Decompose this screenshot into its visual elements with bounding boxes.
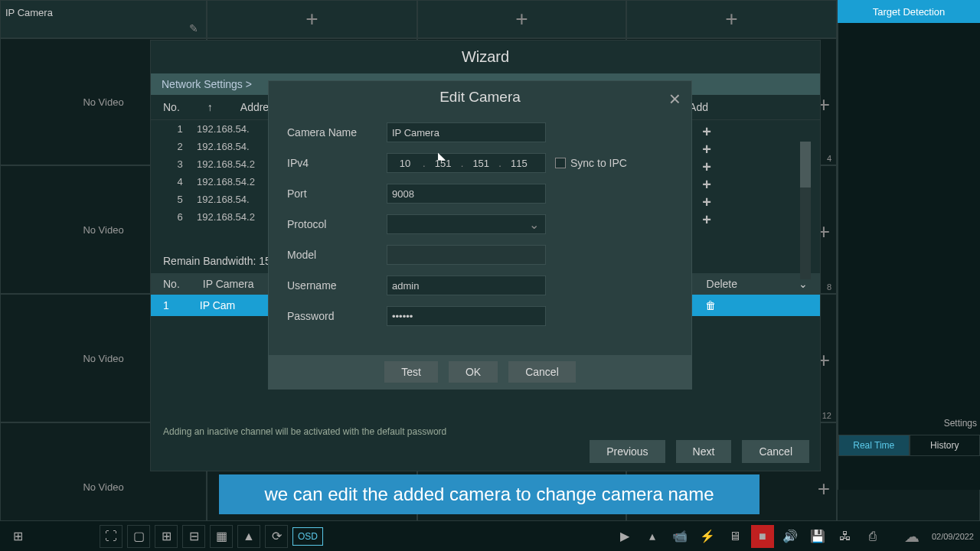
chevron-down-icon: ⌄ xyxy=(529,217,539,232)
camera-name-input[interactable] xyxy=(387,122,546,142)
chevron-down-icon[interactable]: ⌄ xyxy=(799,278,808,290)
add-row-icon[interactable]: + xyxy=(702,158,711,176)
label-port: Port xyxy=(287,187,387,200)
tab-realtime[interactable]: Real Time xyxy=(838,435,910,456)
corner-num: 8 xyxy=(827,282,831,292)
modal-title: Edit Camera × xyxy=(269,81,691,113)
apps-icon[interactable]: ⊞ xyxy=(6,525,29,548)
hint-text: Adding an inactive channel will be activ… xyxy=(163,426,446,437)
disk-icon[interactable]: 💾 xyxy=(806,525,829,548)
corner-num: 4 xyxy=(827,154,831,163)
checkbox-icon[interactable] xyxy=(555,158,566,168)
image-icon[interactable]: ▲ xyxy=(237,525,260,548)
cancel-button[interactable]: Cancel xyxy=(508,361,576,383)
add-row-icon[interactable]: + xyxy=(702,194,711,211)
refresh-icon[interactable]: ⟳ xyxy=(265,525,288,548)
devices-icon[interactable]: 🖧 xyxy=(834,525,857,548)
subtitle-overlay: we can edit the added camera to change c… xyxy=(219,474,760,514)
ip-octet-1[interactable] xyxy=(387,158,423,169)
ip-octet-4[interactable] xyxy=(501,158,537,169)
username-input[interactable] xyxy=(387,276,546,295)
protocol-select[interactable]: ⌄ xyxy=(387,214,546,234)
col-ipcamera: IP Camera xyxy=(203,278,254,290)
camera-icon[interactable]: 📹 xyxy=(668,525,691,548)
add-row-icon[interactable]: + xyxy=(702,211,711,229)
wizard-title: Wizard xyxy=(151,41,820,73)
target-detection-tab[interactable]: Target Detection xyxy=(838,0,980,23)
pencil-icon[interactable]: ✎ xyxy=(189,22,198,34)
col-delete: Delete xyxy=(707,278,737,290)
toolbar: ⊞ ⛶ ▢ ⊞ ⊟ ▦ ▲ ⟳ OSD ▶ ▴ 📹 ⚡ 🖥 ■ 🔊 💾 🖧 ⎙ … xyxy=(0,520,980,551)
model-field xyxy=(387,245,546,265)
cloud-icon[interactable]: ☁ xyxy=(904,527,920,546)
flash-icon[interactable]: ⚡ xyxy=(696,525,719,548)
trash-icon[interactable]: 🗑 xyxy=(705,299,716,311)
add-row-icon[interactable]: + xyxy=(702,141,711,158)
ip-octet-2[interactable] xyxy=(426,158,461,169)
no-video-label: No Video xyxy=(83,481,123,493)
port-input[interactable] xyxy=(387,184,546,204)
scrollbar-thumb[interactable] xyxy=(800,142,811,187)
layout-1-icon[interactable]: ▢ xyxy=(127,525,150,548)
layout-9-icon[interactable]: ⊟ xyxy=(182,525,205,548)
label-password: Password xyxy=(287,310,387,322)
label-model: Model xyxy=(287,249,387,261)
label-protocol: Protocol xyxy=(287,218,387,230)
add-row-icon[interactable]: + xyxy=(702,123,711,141)
no-video-label: No Video xyxy=(83,353,123,364)
camera-title: IP Camera xyxy=(5,7,53,18)
col-sort[interactable]: ↑ xyxy=(207,101,213,113)
add-icon: + xyxy=(305,7,318,31)
add-icon: + xyxy=(818,477,830,501)
scrollbar[interactable] xyxy=(800,142,811,279)
no-video-label: No Video xyxy=(83,96,123,108)
test-button[interactable]: Test xyxy=(384,361,438,383)
ipv4-input[interactable]: . . . xyxy=(387,153,546,173)
ok-button[interactable]: OK xyxy=(449,361,498,383)
sound-icon[interactable]: 🔊 xyxy=(779,525,802,548)
right-panel: Settings Real Time History xyxy=(838,23,980,490)
label-ipv4: IPv4 xyxy=(287,157,387,169)
col-no: No. xyxy=(163,101,180,113)
cell-header-4[interactable]: + xyxy=(626,0,837,38)
record-icon[interactable]: ■ xyxy=(751,525,774,548)
realtime-history-tabs: Real Time History xyxy=(838,435,980,456)
up-icon[interactable]: ▴ xyxy=(641,525,664,548)
layout-16-icon[interactable]: ▦ xyxy=(210,525,233,548)
label-camera-name: Camera Name xyxy=(287,126,387,139)
osd-button[interactable]: OSD xyxy=(292,527,323,546)
export-icon[interactable]: ⎙ xyxy=(861,525,884,548)
corner-num: 12 xyxy=(822,411,831,420)
cell-header-1: IP Camera ✎ xyxy=(0,0,207,38)
add-row-icon[interactable]: + xyxy=(702,176,711,194)
modal-buttons: Test OK Cancel xyxy=(269,355,691,389)
next-button[interactable]: Next xyxy=(676,440,732,463)
password-input[interactable] xyxy=(387,306,546,326)
cell-header-2[interactable]: + xyxy=(207,0,417,38)
add-icon: + xyxy=(515,7,528,31)
ip-octet-3[interactable] xyxy=(463,158,498,169)
no-video-label: No Video xyxy=(83,224,123,236)
cell-header-3[interactable]: + xyxy=(417,0,626,38)
close-icon[interactable]: × xyxy=(669,87,681,111)
previous-button[interactable]: Previous xyxy=(590,440,665,463)
datetime: 02/09/2022 xyxy=(932,532,974,541)
form: Camera Name IPv4 . . . Sync to IPC Port … xyxy=(269,113,691,346)
play-icon[interactable]: ▶ xyxy=(613,525,636,548)
settings-label[interactable]: Settings xyxy=(944,418,977,429)
cancel-button[interactable]: Cancel xyxy=(742,440,809,463)
add-icon: + xyxy=(725,7,737,31)
col-no: No. xyxy=(163,278,180,290)
edit-camera-modal: Edit Camera × Camera Name IPv4 . . . Syn… xyxy=(268,80,692,390)
monitor-icon[interactable]: 🖥 xyxy=(724,525,746,548)
wizard-buttons: Previous Next Cancel xyxy=(590,440,809,463)
tab-history[interactable]: History xyxy=(910,435,981,456)
label-username: Username xyxy=(287,279,387,292)
sync-checkbox[interactable]: Sync to IPC xyxy=(555,157,627,169)
fullscreen-icon[interactable]: ⛶ xyxy=(100,525,122,548)
layout-4-icon[interactable]: ⊞ xyxy=(155,525,178,548)
